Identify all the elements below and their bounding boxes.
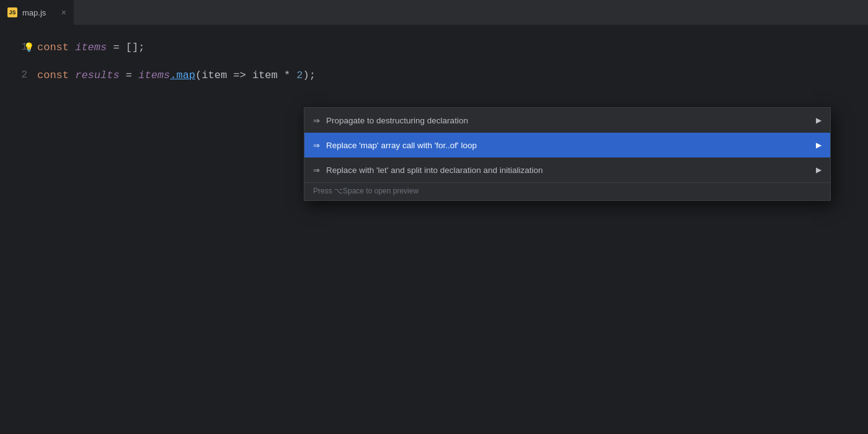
- token-map: .map: [170, 61, 195, 89]
- context-menu: ⇒ Propagate to destructuring declaration…: [304, 107, 831, 201]
- token-arrow: =>: [227, 61, 252, 89]
- token-items: items: [75, 33, 107, 61]
- line-numbers: 1 2: [0, 25, 37, 434]
- token-assign-1: = [];: [107, 33, 144, 61]
- code-content[interactable]: 💡 const items = []; const results = item…: [37, 25, 868, 434]
- refactor-icon-3: ⇒: [313, 166, 320, 175]
- tab-filename: map.js: [22, 8, 46, 17]
- code-line-1: 💡 const items = [];: [37, 33, 868, 61]
- code-line-2: const results = items.map(item => item *…: [37, 61, 868, 89]
- token-const-1: const: [37, 33, 75, 61]
- token-eq: =: [120, 61, 139, 89]
- editor-area: 1 2 💡 const items = []; const results = …: [0, 25, 868, 434]
- line-number-2: 2: [0, 61, 27, 89]
- arrow-icon-1: ▶: [816, 116, 822, 125]
- file-tab[interactable]: JS map.js ×: [0, 0, 74, 25]
- menu-item-replace-let[interactable]: ⇒ Replace with 'let' and split into decl…: [304, 157, 830, 182]
- refactor-icon-1: ⇒: [313, 116, 320, 125]
- token-close: );: [303, 61, 316, 89]
- token-const-2: const: [37, 61, 75, 89]
- js-file-icon: JS: [7, 7, 17, 17]
- token-items-ref: items: [138, 61, 170, 89]
- token-open-paren: (: [195, 61, 202, 89]
- token-item-body: item: [252, 61, 278, 89]
- menu-item-replace-map-label: Replace 'map' array call with 'for..of' …: [326, 141, 477, 150]
- token-results: results: [75, 61, 119, 89]
- menu-item-propagate[interactable]: ⇒ Propagate to destructuring declaration…: [304, 108, 830, 133]
- menu-item-replace-let-label: Replace with 'let' and split into declar…: [326, 166, 543, 175]
- token-item-param: item: [202, 61, 227, 89]
- menu-hint: Press ⌥Space to open preview: [304, 183, 830, 200]
- tab-close-button[interactable]: ×: [61, 8, 66, 17]
- token-multiply: *: [278, 61, 297, 89]
- menu-item-replace-map[interactable]: ⇒ Replace 'map' array call with 'for..of…: [304, 133, 830, 157]
- menu-item-propagate-label: Propagate to destructuring declaration: [326, 116, 468, 125]
- tab-bar: JS map.js ×: [0, 0, 868, 25]
- refactor-icon-2: ⇒: [313, 141, 320, 150]
- arrow-icon-3: ▶: [816, 166, 822, 174]
- token-2: 2: [296, 61, 303, 89]
- arrow-icon-2: ▶: [816, 141, 822, 149]
- lightbulb-icon[interactable]: 💡: [24, 33, 34, 61]
